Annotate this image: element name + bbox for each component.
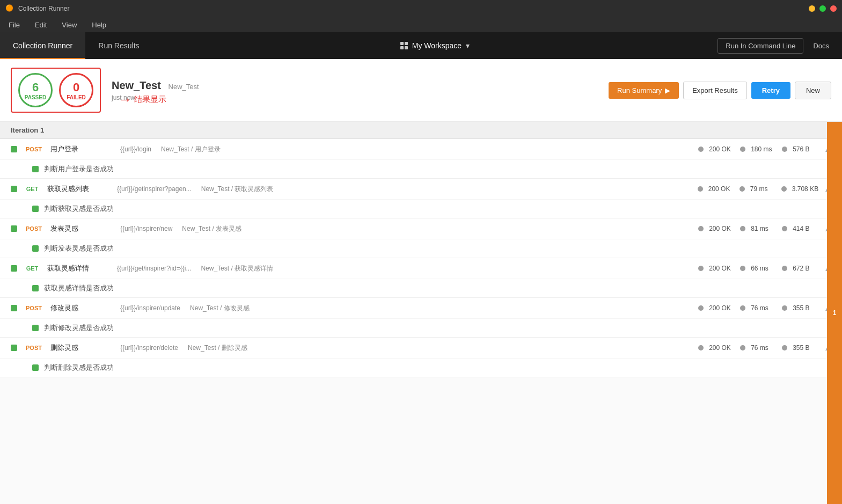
request-group: GET 获取灵感列表 {{url}}/getinspirer?pagen... … bbox=[0, 179, 842, 218]
request-row[interactable]: GET 获取灵感列表 {{url}}/getinspirer?pagen... … bbox=[0, 179, 842, 199]
new-button[interactable]: New bbox=[795, 82, 831, 99]
status-text: 200 OK bbox=[709, 265, 735, 272]
time-dot bbox=[740, 305, 745, 311]
retry-button[interactable]: Retry bbox=[751, 82, 790, 99]
main-content: 6 PASSED 0 FAILED → 结果显示 New_Test New_Te… bbox=[0, 59, 842, 504]
run-summary-button[interactable]: Run Summary ▶ bbox=[609, 82, 679, 99]
workspace-icon bbox=[400, 42, 408, 49]
method-badge: GET bbox=[23, 264, 42, 273]
status-indicator bbox=[11, 345, 17, 351]
app-icon: 🟠 bbox=[5, 4, 14, 13]
failed-count: 0 bbox=[73, 81, 79, 94]
request-collection: New_Test / 发表灵感 bbox=[182, 224, 241, 233]
request-name: 获取灵感详情 bbox=[47, 264, 112, 273]
request-row[interactable]: GET 获取灵感详情 {{url}}/get/inspirer?iid={{i.… bbox=[0, 258, 842, 279]
workspace-selector[interactable]: My Workspace ▾ bbox=[152, 41, 718, 50]
test-status-indicator bbox=[32, 285, 39, 291]
request-collection: New_Test / 删除灵感 bbox=[188, 344, 247, 353]
time-dot bbox=[740, 147, 745, 152]
request-collection: New_Test / 获取灵感详情 bbox=[201, 264, 273, 273]
run-header: 6 PASSED 0 FAILED → 结果显示 New_Test New_Te… bbox=[0, 59, 842, 122]
request-url: {{url}}/inspirer/update bbox=[120, 304, 180, 312]
method-badge: POST bbox=[23, 344, 45, 352]
size-text: 355 B bbox=[793, 344, 818, 352]
titlebar-title: Collection Runner bbox=[18, 5, 809, 12]
test-row: 判断用户登录是否成功 bbox=[0, 159, 842, 178]
request-collection: New_Test / 获取灵感列表 bbox=[201, 185, 274, 194]
status-dot bbox=[698, 186, 703, 192]
method-badge: POST bbox=[23, 145, 45, 154]
request-row[interactable]: POST 删除灵感 {{url}}/inspirer/delete New_Te… bbox=[0, 338, 842, 358]
test-status-indicator bbox=[32, 166, 39, 172]
test-status-indicator bbox=[32, 245, 39, 252]
test-row: 判断发表灵感是否成功 bbox=[0, 239, 842, 258]
status-indicator bbox=[11, 225, 17, 232]
nav-right-actions: Run In Command Line Docs bbox=[717, 38, 842, 54]
request-url: {{url}}/inspirer/delete bbox=[120, 344, 178, 352]
titlebar: 🟠 Collection Runner bbox=[0, 0, 842, 17]
test-label: 获取灵感详情是否成功 bbox=[44, 283, 114, 293]
status-dot bbox=[698, 305, 704, 311]
request-row[interactable]: POST 修改灵感 {{url}}/inspirer/update New_Te… bbox=[0, 298, 842, 318]
maximize-button[interactable] bbox=[819, 5, 826, 12]
status-dot bbox=[698, 266, 704, 271]
size-dot bbox=[782, 345, 787, 350]
request-url: {{url}}/getinspirer?pagen... bbox=[117, 185, 192, 193]
test-label: 判断删除灵感是否成功 bbox=[44, 363, 114, 372]
run-actions: Run Summary ▶ Export Results Retry New bbox=[609, 82, 831, 99]
close-button[interactable] bbox=[830, 5, 837, 12]
request-url: {{url}}/login bbox=[120, 145, 151, 153]
status-text: 200 OK bbox=[709, 225, 735, 232]
run-info: New_Test New_Test just now bbox=[112, 79, 609, 101]
size-dot bbox=[782, 226, 787, 231]
request-row[interactable]: POST 发表灵感 {{url}}/inspirer/new New_Test … bbox=[0, 218, 842, 239]
size-dot bbox=[781, 186, 787, 192]
time-dot bbox=[740, 345, 745, 350]
run-in-command-line-button[interactable]: Run In Command Line bbox=[717, 38, 803, 54]
run-summary-arrow-icon: ▶ bbox=[665, 86, 670, 94]
request-list: POST 用户登录 {{url}}/login New_Test / 用户登录 … bbox=[0, 139, 842, 377]
tab-collection-runner[interactable]: Collection Runner bbox=[0, 32, 85, 59]
failed-circle: 0 FAILED bbox=[59, 73, 93, 107]
status-indicator bbox=[11, 146, 17, 152]
request-url: {{url}}/get/inspirer?iid={{i... bbox=[117, 265, 191, 272]
status-text: 200 OK bbox=[709, 304, 735, 312]
passed-label: PASSED bbox=[25, 94, 46, 100]
test-row: 获取灵感详情是否成功 bbox=[0, 279, 842, 297]
iteration-badge: 1 bbox=[827, 122, 842, 504]
test-label: 判断发表灵感是否成功 bbox=[44, 244, 114, 253]
minimize-button[interactable] bbox=[809, 5, 815, 12]
workspace-name: My Workspace bbox=[412, 41, 462, 50]
request-collection: New_Test / 修改灵感 bbox=[190, 304, 250, 313]
status-text: 200 OK bbox=[709, 344, 735, 352]
method-badge: POST bbox=[23, 304, 45, 312]
size-text: 576 B bbox=[793, 145, 818, 153]
tab-run-results[interactable]: Run Results bbox=[85, 32, 152, 59]
test-status-indicator bbox=[32, 325, 39, 331]
status-dot bbox=[698, 226, 704, 231]
time-text: 76 ms bbox=[751, 344, 777, 352]
menu-file[interactable]: File bbox=[5, 20, 23, 30]
docs-button[interactable]: Docs bbox=[806, 39, 837, 53]
menu-view[interactable]: View bbox=[58, 20, 80, 30]
time-dot bbox=[740, 186, 745, 192]
status-indicator bbox=[11, 186, 17, 192]
size-dot bbox=[782, 147, 787, 152]
request-row[interactable]: POST 用户登录 {{url}}/login New_Test / 用户登录 … bbox=[0, 139, 842, 159]
request-group: POST 删除灵感 {{url}}/inspirer/delete New_Te… bbox=[0, 338, 842, 377]
run-name: New_Test bbox=[112, 79, 161, 91]
size-text: 672 B bbox=[793, 265, 818, 272]
run-time: just now bbox=[112, 94, 609, 101]
iteration-header: Iteration 1 1 bbox=[0, 122, 842, 139]
time-text: 180 ms bbox=[751, 145, 777, 153]
menu-help[interactable]: Help bbox=[89, 20, 109, 30]
test-label: 判断获取灵感是否成功 bbox=[44, 204, 114, 214]
request-name: 发表灵感 bbox=[50, 224, 115, 233]
time-text: 66 ms bbox=[751, 265, 777, 272]
export-results-button[interactable]: Export Results bbox=[683, 82, 747, 99]
menu-edit[interactable]: Edit bbox=[32, 20, 50, 30]
results-area: Iteration 1 1 POST 用户登录 {{url}}/login Ne… bbox=[0, 122, 842, 504]
workspace-chevron: ▾ bbox=[466, 41, 470, 50]
test-row: 判断获取灵感是否成功 bbox=[0, 199, 842, 218]
request-name: 获取灵感列表 bbox=[47, 184, 112, 194]
